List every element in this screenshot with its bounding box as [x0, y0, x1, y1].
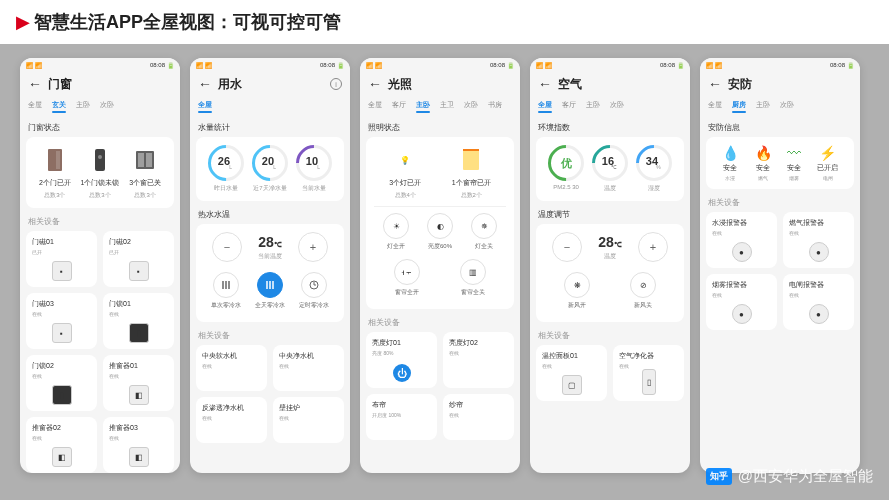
fresh-air-off[interactable]: ⊘新风关 [630, 272, 656, 310]
device-card[interactable]: 中央软水机在线 [196, 345, 267, 391]
device-card[interactable]: 反渗透净水机在线 [196, 397, 267, 443]
window-icon [134, 145, 156, 175]
smoke-icon: 〰 [787, 145, 801, 161]
ring-stat[interactable]: 34%湿度 [636, 145, 672, 193]
ring-stat[interactable]: 优PM2.5 30 [548, 145, 584, 190]
device-card[interactable]: 水浸报警器在线● [706, 212, 777, 268]
tab[interactable]: 全屋 [708, 100, 722, 110]
safety-item[interactable]: 〰安全烟雾 [787, 145, 801, 181]
section-label: 门窗状态 [26, 114, 174, 137]
device-card[interactable]: 壁挂炉在线 [273, 397, 344, 443]
ring-stat[interactable]: 16℃温度 [592, 145, 628, 193]
minus-button[interactable]: − [552, 232, 582, 262]
tab[interactable]: 主卧 [416, 100, 430, 110]
watermark: 知乎 @西安华为全屋智能 [706, 467, 873, 486]
device-card[interactable]: 中央净水机在线 [273, 345, 344, 391]
lock-icon [89, 145, 111, 175]
tab[interactable]: 次卧 [610, 100, 624, 110]
page-title: 智慧生活APP全屋视图：可视可控可管 [34, 10, 341, 34]
fresh-air-on[interactable]: ❋新风开 [564, 272, 590, 310]
water-icon: 💧 [722, 145, 739, 161]
device-card[interactable]: 亮度灯02在线 [443, 332, 514, 388]
curtain-icon [460, 145, 482, 175]
device-card[interactable]: 推窗器01在线◧ [103, 355, 174, 411]
device-card[interactable]: 燃气报警器在线● [783, 212, 854, 268]
device-card[interactable]: 电闸报警器在线● [783, 274, 854, 330]
device-card[interactable]: 纱帘在线 [443, 394, 514, 440]
device-card[interactable]: 亮度灯01亮度 80%⏻ [366, 332, 437, 388]
mode-button[interactable]: 全天零冷水 [255, 272, 285, 310]
device-card[interactable]: 空气净化器在线▯ [613, 345, 684, 401]
phone-doors: 📶 📶08:08 🔋 ← 门窗 全屋 玄关 主卧 次卧 门窗状态 2个门已开 总… [20, 58, 180, 473]
device-card[interactable]: 推窗器02在线◧ [26, 417, 97, 473]
svg-rect-2 [95, 149, 105, 171]
device-card[interactable]: 温控面板01在线▢ [536, 345, 607, 401]
light-all-on[interactable]: ☀灯全开 [383, 213, 409, 251]
back-icon[interactable]: ← [198, 76, 212, 92]
device-card[interactable]: 门磁01已开▪ [26, 231, 97, 287]
fire-icon: 🔥 [755, 145, 772, 161]
status-card: 2个门已开 总数3个 1个门锁未锁 总数3个 3个窗已关 总数3个 [26, 137, 174, 208]
device-card[interactable]: 门锁01在线▮ [103, 293, 174, 349]
back-icon[interactable]: ← [538, 76, 552, 92]
tab[interactable]: 全屋 [198, 100, 212, 110]
tab[interactable]: 客厅 [392, 100, 406, 110]
svg-rect-1 [56, 151, 60, 169]
back-icon[interactable]: ← [28, 76, 42, 92]
back-icon[interactable]: ← [368, 76, 382, 92]
device-card[interactable]: 烟雾报警器在线● [706, 274, 777, 330]
ring-stat[interactable]: 10L当前水量 [296, 145, 332, 193]
tab[interactable]: 书房 [488, 100, 502, 110]
back-icon[interactable]: ← [708, 76, 722, 92]
tab[interactable]: 全屋 [538, 100, 552, 110]
status-item[interactable]: 1个门锁未锁 总数3个 [81, 145, 120, 200]
device-card[interactable]: 门磁03在线▪ [26, 293, 97, 349]
status-bar: 📶 📶08:08 🔋 [20, 58, 180, 72]
light-all-off[interactable]: ✵灯全关 [471, 213, 497, 251]
lamp-icon: 💡 [394, 145, 416, 175]
plus-button[interactable]: + [638, 232, 668, 262]
safety-item[interactable]: 🔥安全燃气 [755, 145, 772, 181]
ring-stat[interactable]: 20L近7天净水量 [252, 145, 288, 193]
status-item[interactable]: 💡3个灯已开总数4个 [389, 145, 421, 200]
zhihu-icon: 知乎 [706, 468, 732, 485]
plus-button[interactable]: + [298, 232, 328, 262]
device-card[interactable]: 推窗器03在线◧ [103, 417, 174, 473]
tab[interactable]: 全屋 [28, 100, 42, 110]
phone-air: 📶 📶08:08 🔋 ←空气 全屋 客厅 主卧 次卧 环境指数 优PM2.5 3… [530, 58, 690, 473]
curtain-close[interactable]: ▥窗帘全关 [460, 259, 486, 297]
tab[interactable]: 主卧 [586, 100, 600, 110]
device-card[interactable]: 门磁02已开▪ [103, 231, 174, 287]
mode-button[interactable]: 单次零冷水 [211, 272, 241, 310]
tab[interactable]: 厨房 [732, 100, 746, 110]
safety-item[interactable]: 💧安全水浸 [722, 145, 739, 181]
device-card[interactable]: 门锁02在线▮ [26, 355, 97, 411]
phone-security: 📶 📶08:08 🔋 ←安防 全屋 厨房 主卧 次卧 安防信息 💧安全水浸 🔥安… [700, 58, 860, 473]
section-label: 相关设备 [26, 208, 174, 231]
status-item[interactable]: 1个窗帘已开总数2个 [452, 145, 491, 200]
safety-item[interactable]: ⚡已开启电闸 [817, 145, 838, 181]
tabs: 全屋 玄关 主卧 次卧 [20, 96, 180, 114]
tab[interactable]: 次卧 [464, 100, 478, 110]
info-icon[interactable]: i [330, 78, 342, 90]
tab[interactable]: 主卧 [756, 100, 770, 110]
mode-button[interactable]: 定时零冷水 [299, 272, 329, 310]
phone-light: 📶 📶08:08 🔋 ←光照 全屋 客厅 主卧 主卫 次卧 书房 照明状态 💡3… [360, 58, 520, 473]
tab[interactable]: 次卧 [100, 100, 114, 110]
status-item[interactable]: 2个门已开 总数3个 [39, 145, 71, 200]
tab[interactable]: 全屋 [368, 100, 382, 110]
device-card[interactable]: 布帘开启度 100% [366, 394, 437, 440]
tab[interactable]: 次卧 [780, 100, 794, 110]
tab[interactable]: 客厅 [562, 100, 576, 110]
ring-stat[interactable]: 26L昨日水量 [208, 145, 244, 193]
topbar: ← 门窗 [20, 72, 180, 96]
svg-rect-8 [463, 150, 479, 170]
tab[interactable]: 主卧 [76, 100, 90, 110]
curtain-open[interactable]: ⫞⫟窗帘全开 [394, 259, 420, 297]
tab[interactable]: 玄关 [52, 100, 66, 110]
tab[interactable]: 主卫 [440, 100, 454, 110]
minus-button[interactable]: − [212, 232, 242, 262]
brightness[interactable]: ◐亮度60% [427, 213, 453, 251]
status-item[interactable]: 3个窗已关 总数3个 [129, 145, 161, 200]
screen-title: 门窗 [48, 76, 72, 93]
